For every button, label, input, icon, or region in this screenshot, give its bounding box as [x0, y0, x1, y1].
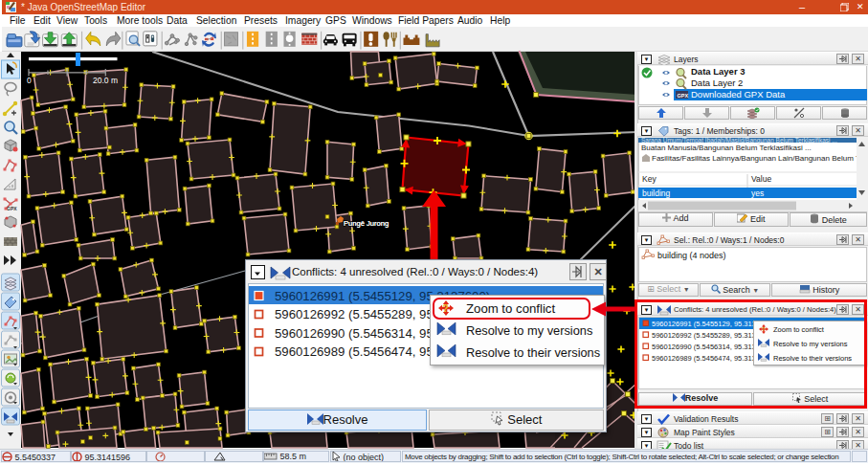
svg-text:yes: yes: [751, 188, 764, 198]
svg-text:Data Layer 3: Data Layer 3: [691, 66, 746, 77]
svg-text:Fasilitas/Fasilitas Lainnya/Ba: Fasilitas/Fasilitas Lainnya/Bangunan Lai…: [652, 154, 867, 163]
svg-text:Data Layer 2: Data Layer 2: [691, 78, 743, 88]
svg-text:0: 0: [27, 76, 32, 85]
svg-text:Buatan Manusia/Bangunan Belum: Buatan Manusia/Bangunan Belum Terklasifi…: [641, 144, 812, 152]
svg-text:Key: Key: [642, 174, 657, 184]
svg-text:building (4 nodes): building (4 nodes): [657, 251, 726, 260]
svg-text:building: building: [642, 188, 671, 198]
svg-text:GPX: GPX: [678, 93, 689, 99]
svg-text:Resolve to their versions: Resolve to their versions: [466, 345, 600, 360]
svg-text:Resolve to my versions: Resolve to my versions: [466, 323, 592, 338]
svg-text:Pungê Jurong: Pungê Jurong: [344, 219, 389, 228]
svg-text:Downloaded GPX Data: Downloaded GPX Data: [691, 89, 786, 100]
svg-text:Value: Value: [751, 174, 771, 184]
svg-text:20.0 m: 20.0 m: [93, 76, 118, 85]
